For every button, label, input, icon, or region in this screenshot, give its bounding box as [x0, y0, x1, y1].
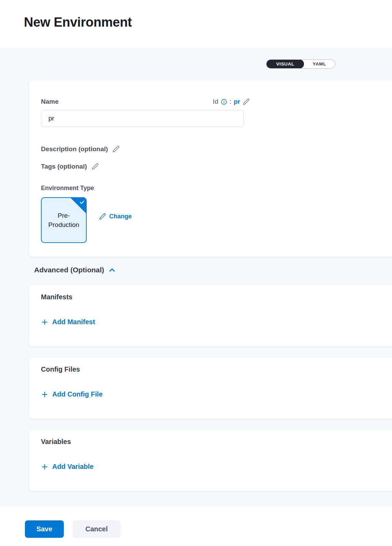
edit-pencil-icon: [99, 213, 106, 220]
edit-description-icon[interactable]: [112, 145, 120, 153]
change-label: Change: [109, 213, 132, 220]
add-config-file-label: Add Config File: [52, 390, 103, 398]
form-footer: Save Cancel: [0, 506, 392, 538]
page-header: New Environment: [0, 0, 392, 48]
check-icon: [79, 199, 85, 205]
id-display: Id : pr: [213, 98, 250, 105]
tags-label: Tags (optional): [41, 163, 87, 170]
description-label: Description (optional): [41, 145, 108, 153]
plus-icon: [41, 391, 48, 398]
toggle-option-yaml[interactable]: YAML: [304, 59, 335, 69]
config-files-title: Config Files: [41, 365, 384, 373]
name-id-row: Name Id : pr: [41, 98, 250, 105]
toggle-option-visual[interactable]: VISUAL: [266, 59, 304, 69]
advanced-section-toggle[interactable]: Advanced (Optional): [34, 266, 116, 274]
tags-row: Tags (optional): [41, 163, 384, 170]
save-button[interactable]: Save: [25, 520, 64, 538]
id-label: Id: [213, 98, 218, 105]
manifests-title: Manifests: [41, 293, 384, 301]
add-variable-button[interactable]: Add Variable: [41, 463, 93, 471]
id-separator: :: [230, 98, 231, 105]
visual-yaml-toggle: VISUAL YAML: [266, 59, 335, 69]
environment-details-card: Name Id : pr: [29, 80, 392, 257]
chevron-up-icon: [108, 266, 116, 274]
environment-type-preproduction-tile[interactable]: Pre-Production: [41, 197, 87, 243]
name-label: Name: [41, 98, 59, 105]
add-manifest-label: Add Manifest: [52, 318, 95, 326]
manifests-card: Manifests Add Manifest: [29, 285, 392, 346]
description-row: Description (optional): [41, 145, 384, 153]
page-title: New Environment: [24, 15, 392, 30]
advanced-label: Advanced (Optional): [34, 266, 104, 274]
environment-type-label: Environment Type: [41, 185, 384, 192]
change-environment-type-button[interactable]: Change: [99, 213, 132, 220]
environment-type-row: Pre-Production Change: [41, 197, 384, 243]
config-files-card: Config Files Add Config File: [29, 357, 392, 419]
add-variable-label: Add Variable: [52, 463, 93, 471]
environment-type-value: Pre-Production: [42, 211, 86, 229]
view-mode-row: VISUAL YAML: [0, 48, 392, 69]
name-input[interactable]: [41, 110, 244, 127]
id-value: pr: [234, 98, 240, 105]
edit-id-icon[interactable]: [243, 98, 250, 105]
environment-form-area: VISUAL YAML Name Id : pr: [0, 48, 392, 506]
variables-title: Variables: [41, 438, 384, 446]
cancel-button[interactable]: Cancel: [73, 520, 120, 538]
info-icon[interactable]: [221, 99, 227, 105]
plus-icon: [41, 463, 48, 471]
add-manifest-button[interactable]: Add Manifest: [41, 318, 95, 326]
add-config-file-button[interactable]: Add Config File: [41, 390, 103, 398]
edit-tags-icon[interactable]: [91, 163, 99, 170]
plus-icon: [41, 318, 48, 326]
variables-card: Variables Add Variable: [29, 430, 392, 491]
